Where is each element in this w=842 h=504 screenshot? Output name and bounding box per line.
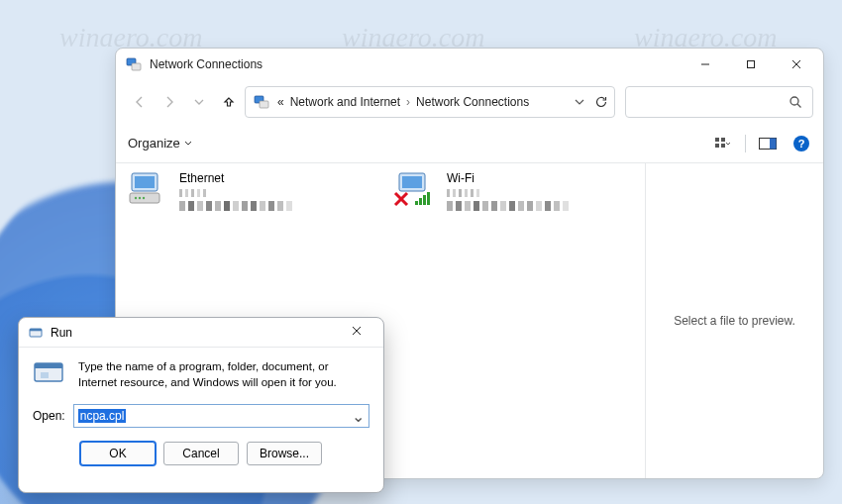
- svg-rect-35: [35, 363, 62, 368]
- divider: [745, 135, 746, 152]
- svg-rect-10: [715, 138, 719, 142]
- view-options-button[interactable]: [711, 132, 735, 155]
- svg-point-21: [143, 197, 145, 199]
- ethernet-adapter-icon: [126, 171, 171, 209]
- chevron-down-icon[interactable]: [575, 97, 584, 107]
- breadcrumb-overflow[interactable]: «: [275, 93, 286, 111]
- nav-toolbar: « Network and Internet › Network Connect…: [116, 80, 823, 124]
- chevron-right-icon[interactable]: ›: [404, 95, 412, 109]
- organize-label: Organize: [128, 136, 180, 151]
- preview-placeholder: Select a file to preview.: [674, 314, 795, 328]
- organize-button[interactable]: Organize: [128, 136, 192, 151]
- address-bar[interactable]: « Network and Internet › Network Connect…: [245, 86, 615, 118]
- svg-rect-11: [721, 138, 725, 142]
- svg-rect-17: [135, 176, 155, 188]
- minimize-button[interactable]: [683, 50, 728, 79]
- ok-button[interactable]: OK: [80, 442, 156, 465]
- cancel-button[interactable]: Cancel: [163, 442, 239, 465]
- blurred-text: [179, 201, 364, 211]
- svg-point-19: [135, 197, 137, 199]
- svg-rect-3: [748, 61, 755, 68]
- breadcrumb[interactable]: Network Connections: [414, 93, 531, 111]
- back-button[interactable]: [126, 88, 154, 116]
- search-icon: [789, 95, 802, 109]
- svg-rect-13: [721, 144, 725, 148]
- forward-button[interactable]: [156, 88, 183, 116]
- help-icon: ?: [793, 136, 809, 151]
- network-connections-icon: [126, 56, 142, 72]
- blurred-text: [447, 189, 631, 197]
- svg-rect-26: [423, 195, 426, 205]
- up-button[interactable]: [215, 88, 243, 116]
- chevron-down-icon: [184, 140, 192, 148]
- run-dialog: Run Type the name of a program, folder, …: [18, 317, 384, 493]
- open-value: ncpa.cpl: [78, 409, 127, 423]
- run-titlebar[interactable]: Run: [19, 318, 383, 348]
- connection-item[interactable]: Wi-Fi: [393, 171, 631, 211]
- close-button[interactable]: [774, 50, 819, 79]
- open-label: Open:: [33, 409, 65, 423]
- svg-rect-27: [427, 192, 430, 205]
- breadcrumb[interactable]: Network and Internet: [288, 93, 402, 111]
- svg-point-8: [790, 97, 798, 105]
- svg-rect-1: [132, 63, 141, 70]
- svg-rect-36: [41, 372, 49, 378]
- connection-name: Wi-Fi: [447, 171, 631, 185]
- svg-rect-15: [770, 138, 777, 149]
- run-dialog-icon: [33, 359, 66, 387]
- svg-rect-31: [30, 329, 42, 331]
- chevron-down-icon[interactable]: ⌄: [349, 407, 367, 426]
- blurred-text: [447, 201, 631, 211]
- svg-rect-12: [715, 144, 719, 148]
- run-description: Type the name of a program, folder, docu…: [78, 359, 369, 390]
- run-title: Run: [51, 326, 348, 340]
- open-combobox[interactable]: ncpa.cpl ⌄: [73, 404, 369, 428]
- network-connections-icon: [254, 94, 269, 110]
- browse-button[interactable]: Browse...: [247, 442, 322, 465]
- window-title: Network Connections: [150, 57, 683, 71]
- blurred-text: [179, 189, 364, 197]
- search-input[interactable]: [625, 86, 813, 118]
- svg-rect-25: [419, 198, 422, 205]
- help-button[interactable]: ?: [789, 132, 813, 155]
- close-button[interactable]: [348, 321, 377, 345]
- svg-point-20: [139, 197, 141, 199]
- run-icon: [29, 326, 43, 340]
- titlebar[interactable]: Network Connections: [116, 49, 823, 80]
- svg-rect-23: [402, 176, 422, 188]
- command-bar: Organize ?: [116, 124, 823, 163]
- maximize-button[interactable]: [728, 50, 774, 79]
- recent-locations-button[interactable]: [185, 88, 213, 116]
- svg-rect-24: [415, 201, 418, 205]
- preview-pane: Select a file to preview.: [645, 163, 823, 478]
- disabled-x-icon: [395, 193, 407, 205]
- connection-item[interactable]: Ethernet: [126, 171, 364, 211]
- preview-pane-button[interactable]: [756, 132, 780, 155]
- connection-name: Ethernet: [179, 171, 364, 185]
- svg-rect-7: [260, 101, 268, 108]
- refresh-icon[interactable]: [594, 95, 608, 109]
- wifi-adapter-icon: [393, 171, 439, 209]
- svg-line-9: [797, 104, 801, 108]
